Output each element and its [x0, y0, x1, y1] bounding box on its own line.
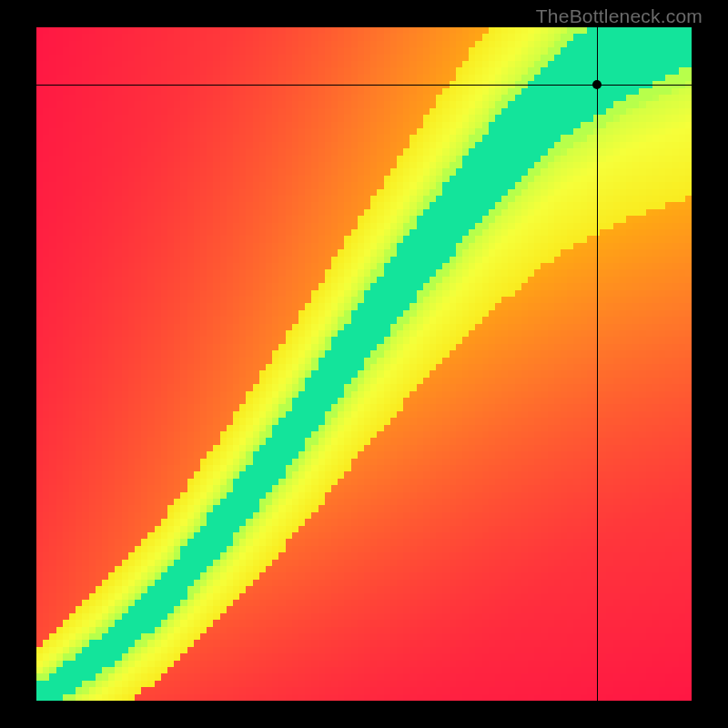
crosshair-vertical-line — [597, 27, 598, 701]
chart-frame: TheBottleneck.com — [0, 0, 728, 728]
heatmap-canvas — [36, 27, 692, 701]
marker-point — [592, 80, 602, 89]
watermark-text: TheBottleneck.com — [536, 5, 703, 27]
